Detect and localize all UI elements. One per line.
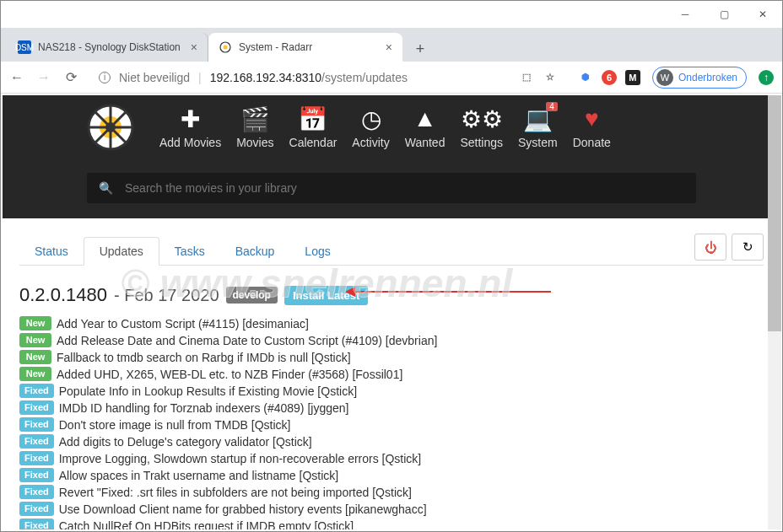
nav-activity[interactable]: ◷Activity xyxy=(352,105,389,149)
change-tag: New xyxy=(19,367,51,381)
tab-logs[interactable]: Logs xyxy=(289,238,345,265)
change-tag: Fixed xyxy=(19,519,54,529)
changelog-item: FixedImprove Logging, Slowdown startup i… xyxy=(19,451,764,465)
forward-button[interactable]: → xyxy=(36,70,51,85)
window-minimize-button[interactable]: ─ xyxy=(666,1,705,28)
change-text: Use Download Client name for grabbed his… xyxy=(59,502,427,516)
search-input[interactable] xyxy=(125,181,684,195)
avatar: W xyxy=(656,69,673,86)
radarr-logo[interactable] xyxy=(87,104,134,151)
extension-icon-3[interactable]: M xyxy=(625,70,640,85)
tab-favicon xyxy=(219,40,232,54)
change-text: Add Release Date and Cinema Date to Cust… xyxy=(57,334,437,347)
browser-tab-0[interactable]: DSM NAS218 - Synology DiskStation × xyxy=(8,33,208,62)
film-icon: 🎬 xyxy=(240,105,270,132)
search-bar[interactable]: 🔍 xyxy=(87,173,696,203)
change-text: Allow spaces in Trakt username and listn… xyxy=(59,469,338,482)
changelog-item: NewFallback to tmdb search on Rarbg if I… xyxy=(19,350,764,364)
tab-close-icon[interactable]: × xyxy=(386,40,392,54)
changelog-item: FixedAdd digits to Deluge's category val… xyxy=(19,434,764,449)
browser-tabs: DSM NAS218 - Synology DiskStation × Syst… xyxy=(1,28,782,62)
profile-badge[interactable]: W Onderbroken xyxy=(652,67,747,89)
change-text: Populate Info in Lookup Results if Exist… xyxy=(59,384,357,398)
extension-icon-1[interactable]: ⬢ xyxy=(578,70,593,85)
nav-add-movies[interactable]: ✚Add Movies xyxy=(159,105,221,149)
scrollbar[interactable] xyxy=(768,95,781,529)
clock-icon: ◷ xyxy=(361,105,381,132)
changelog-item: NewAdded UHD, X265, WEB-DL etc. to NZB F… xyxy=(19,367,764,381)
change-tag: New xyxy=(19,350,51,364)
install-latest-button[interactable]: Install Latest xyxy=(284,286,368,305)
tab-close-icon[interactable]: × xyxy=(191,40,197,54)
change-text: Add Year to Custom Script (#4115) [desim… xyxy=(57,317,309,330)
browser-tab-1[interactable]: System - Radarr × xyxy=(208,33,402,62)
tab-title: NAS218 - Synology DiskStation xyxy=(38,41,181,53)
shutdown-button[interactable]: ⏻ xyxy=(694,234,726,261)
nav-donate[interactable]: ♥Donate xyxy=(573,105,611,149)
laptop-icon: 💻4 xyxy=(523,105,553,132)
tab-favicon: DSM xyxy=(18,40,31,54)
scroll-thumb[interactable] xyxy=(768,95,781,331)
system-badge: 4 xyxy=(546,102,558,111)
extension-icon-4[interactable]: ↑ xyxy=(759,70,774,85)
change-text: Don't store image is null from TMDB [Qst… xyxy=(59,418,291,432)
changelog-item: FixedIMDb ID handling for Torznab indexe… xyxy=(19,400,764,415)
tab-updates[interactable]: Updates xyxy=(84,237,159,266)
changelog-item: FixedDon't store image is null from TMDB… xyxy=(19,417,764,432)
change-tag: Fixed xyxy=(19,384,54,398)
tab-title: System - Radarr xyxy=(239,41,375,53)
nav-settings[interactable]: ⚙⚙Settings xyxy=(460,105,503,149)
nav-system[interactable]: 💻4System xyxy=(518,105,558,149)
plus-icon: ✚ xyxy=(181,105,200,132)
gears-icon: ⚙⚙ xyxy=(461,105,503,132)
change-text: Revert "Fixed: .srt files in subfolders … xyxy=(59,486,412,499)
changelog-item: FixedUse Download Client name for grabbe… xyxy=(19,502,764,516)
svg-point-5 xyxy=(105,122,116,132)
nav-wanted[interactable]: ▲Wanted xyxy=(405,105,446,149)
change-text: Fallback to tmdb search on Rarbg if IMDb… xyxy=(57,351,351,364)
new-tab-button[interactable]: + xyxy=(408,36,433,62)
version-date: - Feb 17 2020 xyxy=(114,286,219,305)
version-row: 0.2.0.1480 - Feb 17 2020 develop Install… xyxy=(19,284,764,306)
security-info-icon[interactable]: i xyxy=(99,72,111,83)
window-titlebar: ─ ▢ ✕ xyxy=(1,1,782,28)
nav-movies[interactable]: 🎬Movies xyxy=(236,105,273,149)
translate-icon[interactable]: ⬚ xyxy=(519,70,534,85)
change-tag: Fixed xyxy=(19,451,54,465)
app-header: ✚Add Movies 🎬Movies 📅Calendar ◷Activity … xyxy=(3,95,780,218)
change-text: Add digits to Deluge's category validato… xyxy=(59,435,312,449)
tab-tasks[interactable]: Tasks xyxy=(159,238,220,265)
url-input[interactable]: i Niet beveiligd | 192.168.192.34:8310/s… xyxy=(90,66,566,89)
annotation-arrow xyxy=(348,291,551,293)
bookmark-star-icon[interactable]: ☆ xyxy=(543,70,558,85)
change-text: Improve Logging, Slowdown startup if non… xyxy=(59,452,422,465)
address-bar: ← → ⟳ i Niet beveiligd | 192.168.192.34:… xyxy=(1,62,782,94)
window-maximize-button[interactable]: ▢ xyxy=(705,1,743,28)
change-tag: Fixed xyxy=(19,502,54,516)
change-text: IMDb ID handling for Torznab indexers (#… xyxy=(59,401,349,415)
tab-status[interactable]: Status xyxy=(19,238,84,265)
refresh-button[interactable]: ↻ xyxy=(732,234,764,261)
nav-calendar[interactable]: 📅Calendar xyxy=(289,105,338,149)
reload-button[interactable]: ⟳ xyxy=(63,70,78,85)
changelog-item: FixedAllow spaces in Trakt username and … xyxy=(19,468,764,482)
changelog-item: NewAdd Year to Custom Script (#4115) [de… xyxy=(19,316,764,330)
version-number: 0.2.0.1480 xyxy=(19,284,107,306)
change-text: Added UHD, X265, WEB-DL etc. to NZB Find… xyxy=(57,368,402,381)
svg-point-1 xyxy=(223,46,227,50)
changelog-item: FixedRevert "Fixed: .srt files in subfol… xyxy=(19,485,764,499)
change-tag: Fixed xyxy=(19,434,54,449)
extension-icon-2[interactable]: 6 xyxy=(602,70,617,85)
change-tag: Fixed xyxy=(19,485,54,499)
window-close-button[interactable]: ✕ xyxy=(743,1,782,28)
change-tag: New xyxy=(19,333,51,347)
back-button[interactable]: ← xyxy=(9,70,24,85)
change-tag: Fixed xyxy=(19,400,54,415)
changelog-item: FixedCatch NullRef On HDBits request if … xyxy=(19,519,764,529)
tab-backup[interactable]: Backup xyxy=(220,238,290,265)
change-text: Catch NullRef On HDBits request if IMDB … xyxy=(59,519,354,530)
changelog-item: FixedPopulate Info in Lookup Results if … xyxy=(19,384,764,398)
security-label: Niet beveiligd xyxy=(119,71,190,84)
heart-icon: ♥ xyxy=(585,105,599,132)
change-tag: New xyxy=(19,316,51,330)
